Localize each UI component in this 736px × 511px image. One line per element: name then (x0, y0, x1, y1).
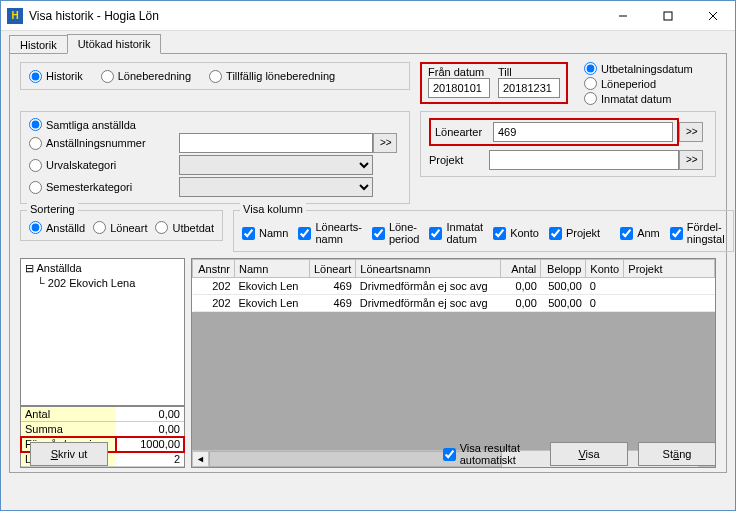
window-title: Visa historik - Hogia Lön (29, 9, 600, 23)
from-date-label: Från datum (428, 66, 490, 78)
check-loneartsnamn[interactable]: Lönearts- namn (298, 221, 361, 245)
col-anstnr[interactable]: Anstnr (193, 260, 235, 278)
to-date-label: Till (498, 66, 560, 78)
table-row[interactable]: 202Ekovich Len469Drivmedförmån ej soc av… (193, 295, 715, 312)
radio-semesterkategori[interactable]: Semesterkategori (29, 181, 179, 194)
radio-tillfallig[interactable]: Tillfällig löneberedning (209, 70, 335, 83)
projekt-label: Projekt (429, 154, 489, 166)
col-konto[interactable]: Konto (586, 260, 624, 278)
anstallningsnummer-input[interactable] (179, 133, 373, 153)
tab-historik[interactable]: Historik (9, 35, 68, 54)
lonearter-label: Lönearter (435, 126, 487, 138)
radio-utbetalningsdatum[interactable]: Utbetalningsdatum (584, 62, 693, 75)
visa-button[interactable]: Visa (550, 442, 628, 466)
anstallningsnummer-go-button[interactable]: >> (373, 133, 397, 153)
result-grid[interactable]: Anstnr Namn Löneart Löneartsnamn Antal B… (191, 258, 716, 468)
radio-loneperiod[interactable]: Löneperiod (584, 77, 693, 90)
col-belopp[interactable]: Belopp (541, 260, 586, 278)
check-namn[interactable]: Namn (242, 227, 288, 240)
close-button[interactable] (690, 1, 735, 30)
tab-panel: Historik Löneberedning Tillfällig lönebe… (9, 53, 727, 473)
app-window: H Visa historik - Hogia Lön Historik Utö… (0, 0, 736, 511)
sortering-title: Sortering (27, 203, 78, 215)
col-loneart[interactable]: Löneart (310, 260, 356, 278)
tree-root[interactable]: ⊟ Anställda (23, 261, 182, 276)
semesterkategori-select[interactable] (179, 177, 373, 197)
titlebar: H Visa historik - Hogia Lön (1, 1, 735, 31)
col-antal[interactable]: Antal (501, 260, 541, 278)
check-projekt[interactable]: Projekt (549, 227, 600, 240)
tab-strip: Historik Utökad historik (9, 31, 727, 53)
svg-rect-1 (664, 12, 672, 20)
check-visa-resultat-automatiskt[interactable]: Visa resultat automatiskt (443, 442, 520, 466)
radio-anstallningsnummer[interactable]: Anställningsnummer (29, 137, 179, 150)
radio-urvalskategori[interactable]: Urvalskategori (29, 159, 179, 172)
projekt-go-button[interactable]: >> (679, 150, 703, 170)
col-loneartsnamn[interactable]: Löneartsnamn (356, 260, 501, 278)
check-konto[interactable]: Konto (493, 227, 539, 240)
radio-sort-loneart[interactable]: Löneart (93, 221, 147, 234)
radio-historik[interactable]: Historik (29, 70, 83, 83)
radio-samtliga[interactable]: Samtliga anställda (29, 118, 179, 131)
radio-sort-anstalld[interactable]: Anställd (29, 221, 85, 234)
table-row[interactable]: 202Ekovich Len469Drivmedförmån ej soc av… (193, 278, 715, 295)
maximize-button[interactable] (645, 1, 690, 30)
employee-tree[interactable]: ⊟ Anställda └ 202 Ekovich Lena (20, 258, 185, 406)
lonearter-input[interactable] (493, 122, 673, 142)
radio-loneberedning[interactable]: Löneberedning (101, 70, 191, 83)
skriv-ut-button[interactable]: Skriv ut (30, 442, 108, 466)
col-projekt[interactable]: Projekt (624, 260, 715, 278)
lonearter-go-button[interactable]: >> (679, 122, 703, 142)
visa-kolumn-title: Visa kolumn (240, 203, 306, 215)
app-icon: H (7, 8, 23, 24)
to-date-input[interactable] (498, 78, 560, 98)
stang-button[interactable]: Stäng (638, 442, 716, 466)
check-loneperiod[interactable]: Löne- period (372, 221, 420, 245)
minimize-button[interactable] (600, 1, 645, 30)
tree-item[interactable]: └ 202 Ekovich Lena (23, 276, 182, 290)
projekt-input[interactable] (489, 150, 679, 170)
tab-utokad-historik[interactable]: Utökad historik (67, 34, 162, 54)
check-inmatat-datum[interactable]: Inmatat datum (429, 221, 483, 245)
from-date-input[interactable] (428, 78, 490, 98)
col-namn[interactable]: Namn (235, 260, 310, 278)
check-fordelningstal[interactable]: Fördel- ningstal (670, 221, 725, 245)
summary-row-summa: Summa0,00 (21, 422, 184, 437)
summary-row-antal: Antal0,00 (21, 407, 184, 422)
urvalskategori-select[interactable] (179, 155, 373, 175)
radio-sort-utbetdat[interactable]: Utbetdat (155, 221, 214, 234)
radio-inmatat-datum[interactable]: Inmatat datum (584, 92, 693, 105)
check-anm[interactable]: Anm (620, 227, 660, 240)
